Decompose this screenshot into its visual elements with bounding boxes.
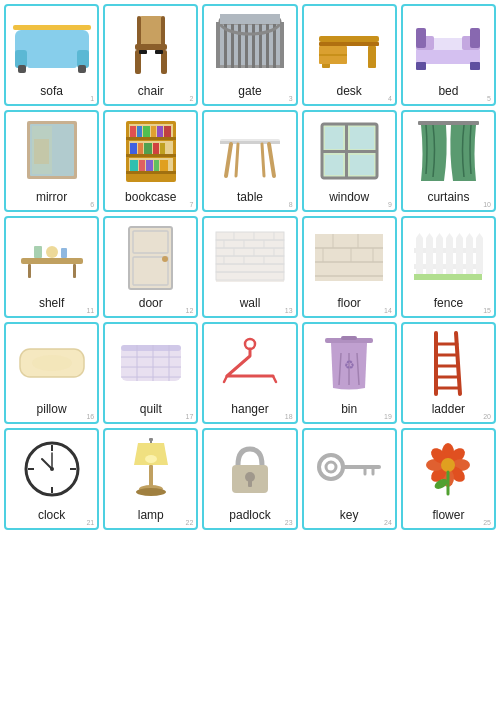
curtains-num: 10 — [483, 201, 491, 208]
svg-rect-185 — [248, 479, 252, 487]
svg-rect-87 — [28, 264, 31, 278]
curtains-label: curtains — [427, 190, 469, 206]
pillow-image — [8, 328, 95, 398]
svg-line-73 — [226, 144, 231, 176]
mirror-label: mirror — [36, 190, 67, 206]
bed-label: bed — [438, 84, 458, 100]
card-padlock[interactable]: padlock 23 — [202, 428, 297, 530]
card-chair[interactable]: chair 2 — [103, 4, 198, 106]
card-bin[interactable]: ♻ bin 19 — [302, 322, 397, 424]
quilt-label: quilt — [140, 402, 162, 418]
svg-rect-137 — [466, 238, 473, 274]
svg-rect-85 — [418, 121, 479, 125]
bed-image — [405, 10, 492, 80]
card-flower[interactable]: flower 25 — [401, 428, 496, 530]
svg-point-90 — [46, 246, 58, 258]
svg-rect-72 — [220, 141, 280, 144]
card-lamp[interactable]: lamp 22 — [103, 428, 198, 530]
card-bookcase[interactable]: bookcase 7 — [103, 110, 198, 212]
fence-label: fence — [434, 296, 463, 312]
fence-num: 15 — [483, 307, 491, 314]
svg-rect-55 — [130, 126, 136, 137]
svg-line-75 — [236, 144, 238, 176]
svg-rect-133 — [446, 238, 453, 274]
flower-num: 25 — [483, 519, 491, 526]
svg-rect-42 — [416, 62, 426, 70]
bookcase-image — [107, 116, 194, 186]
table-image — [206, 116, 293, 186]
bin-num: 19 — [384, 413, 392, 420]
svg-rect-31 — [319, 42, 379, 46]
quilt-num: 17 — [186, 413, 194, 420]
flower-image — [405, 434, 492, 504]
card-fence[interactable]: fence 15 — [401, 216, 496, 318]
svg-point-182 — [136, 488, 166, 496]
svg-marker-132 — [436, 233, 443, 238]
svg-rect-26 — [266, 22, 269, 68]
svg-marker-130 — [426, 233, 433, 238]
mirror-image — [8, 116, 95, 186]
svg-point-179 — [145, 455, 157, 463]
card-floor[interactable]: floor 14 — [302, 216, 397, 318]
wall-num: 13 — [285, 307, 293, 314]
card-pillow[interactable]: pillow 16 — [4, 322, 99, 424]
card-gate[interactable]: gate 3 — [202, 4, 297, 106]
svg-rect-0 — [13, 25, 91, 30]
hanger-image — [206, 328, 293, 398]
svg-rect-131 — [436, 238, 443, 274]
bin-label: bin — [341, 402, 357, 418]
card-desk[interactable]: desk 4 — [302, 4, 397, 106]
card-key[interactable]: key 24 — [302, 428, 397, 530]
chair-num: 2 — [189, 95, 193, 102]
card-table[interactable]: table 8 — [202, 110, 297, 212]
hanger-num: 18 — [285, 413, 293, 420]
chair-label: chair — [138, 84, 164, 100]
svg-point-144 — [32, 355, 72, 371]
card-door[interactable]: door 12 — [103, 216, 198, 318]
svg-rect-91 — [61, 248, 67, 258]
svg-rect-84 — [350, 155, 374, 175]
svg-point-186 — [319, 455, 343, 479]
desk-num: 4 — [388, 95, 392, 102]
card-quilt[interactable]: quilt 17 — [103, 322, 198, 424]
svg-rect-53 — [126, 154, 176, 157]
svg-rect-25 — [259, 22, 262, 68]
card-hanger[interactable]: hanger 18 — [202, 322, 297, 424]
window-label: window — [329, 190, 369, 206]
clock-num: 21 — [86, 519, 94, 526]
padlock-image — [206, 434, 293, 504]
svg-rect-157 — [341, 336, 357, 340]
svg-rect-57 — [143, 126, 150, 137]
bed-num: 5 — [487, 95, 491, 102]
desk-image — [306, 10, 393, 80]
hanger-label: hanger — [231, 402, 268, 418]
card-curtains[interactable]: curtains 10 — [401, 110, 496, 212]
svg-rect-22 — [238, 22, 241, 68]
svg-rect-81 — [325, 127, 343, 149]
lamp-image — [107, 434, 194, 504]
card-ladder[interactable]: ladder 20 — [401, 322, 496, 424]
svg-rect-19 — [220, 65, 280, 68]
vocabulary-grid: sofa 1 chair 2 — [0, 0, 500, 534]
card-mirror[interactable]: mirror 6 — [4, 110, 99, 212]
svg-rect-62 — [138, 143, 143, 154]
card-bed[interactable]: bed 5 — [401, 4, 496, 106]
window-num: 9 — [388, 201, 392, 208]
card-sofa[interactable]: sofa 1 — [4, 4, 99, 106]
svg-rect-6 — [78, 65, 86, 73]
card-window[interactable]: window 9 — [302, 110, 397, 212]
quilt-image — [107, 328, 194, 398]
key-num: 24 — [384, 519, 392, 526]
floor-image — [306, 222, 393, 292]
svg-rect-61 — [130, 143, 137, 154]
card-shelf[interactable]: shelf 11 — [4, 216, 99, 318]
svg-rect-52 — [126, 137, 176, 140]
mirror-num: 6 — [90, 201, 94, 208]
svg-rect-80 — [322, 150, 377, 153]
svg-marker-128 — [416, 233, 423, 238]
wall-label: wall — [240, 296, 261, 312]
svg-rect-127 — [416, 238, 423, 274]
floor-num: 14 — [384, 307, 392, 314]
card-clock[interactable]: clock 21 — [4, 428, 99, 530]
card-wall[interactable]: wall 13 — [202, 216, 297, 318]
